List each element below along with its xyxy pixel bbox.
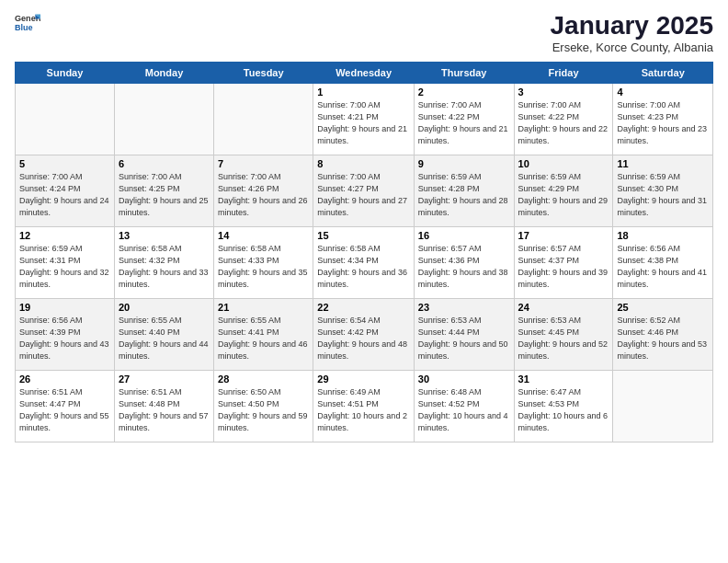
day-number: 13 [119, 230, 210, 241]
calendar-week-row: 1Sunrise: 7:00 AM Sunset: 4:21 PM Daylig… [16, 84, 713, 155]
header: General Blue January 2025 Erseke, Korce … [15, 11, 713, 54]
day-info: Sunrise: 6:48 AM Sunset: 4:52 PM Dayligh… [418, 386, 510, 434]
calendar-week-row: 26Sunrise: 6:51 AM Sunset: 4:47 PM Dayli… [16, 371, 713, 442]
day-number: 21 [218, 302, 309, 313]
day-number: 9 [418, 158, 510, 169]
day-number: 31 [518, 373, 609, 385]
day-number: 5 [19, 158, 110, 169]
day-info: Sunrise: 7:00 AM Sunset: 4:25 PM Dayligh… [119, 171, 210, 219]
table-row: 29Sunrise: 6:49 AM Sunset: 4:51 PM Dayli… [313, 371, 415, 442]
header-wednesday: Wednesday [313, 63, 415, 84]
day-number: 11 [617, 158, 709, 169]
day-info: Sunrise: 7:00 AM Sunset: 4:26 PM Dayligh… [218, 171, 309, 219]
day-number: 1 [317, 86, 410, 98]
table-row: 16Sunrise: 6:57 AM Sunset: 4:36 PM Dayli… [414, 227, 514, 299]
day-info: Sunrise: 6:50 AM Sunset: 4:50 PM Dayligh… [218, 386, 309, 434]
header-sunday: Sunday [16, 63, 115, 84]
day-info: Sunrise: 7:00 AM Sunset: 4:27 PM Dayligh… [317, 171, 410, 219]
day-number: 7 [218, 158, 309, 169]
table-row: 23Sunrise: 6:53 AM Sunset: 4:44 PM Dayli… [414, 299, 514, 371]
day-number: 25 [617, 302, 709, 313]
table-row [16, 84, 115, 155]
table-row: 8Sunrise: 7:00 AM Sunset: 4:27 PM Daylig… [313, 155, 415, 227]
table-row: 5Sunrise: 7:00 AM Sunset: 4:24 PM Daylig… [16, 155, 115, 227]
day-info: Sunrise: 6:51 AM Sunset: 4:48 PM Dayligh… [119, 386, 210, 434]
weekday-header-row: Sunday Monday Tuesday Wednesday Thursday… [16, 63, 713, 84]
day-number: 19 [19, 302, 110, 313]
logo-icon: General Blue [15, 11, 40, 37]
day-info: Sunrise: 6:59 AM Sunset: 4:28 PM Dayligh… [418, 171, 510, 219]
day-info: Sunrise: 6:55 AM Sunset: 4:41 PM Dayligh… [218, 315, 309, 362]
day-number: 30 [418, 373, 510, 385]
table-row: 2Sunrise: 7:00 AM Sunset: 4:22 PM Daylig… [414, 84, 514, 155]
header-friday: Friday [514, 63, 613, 84]
day-number: 12 [19, 230, 110, 241]
logo: General Blue [15, 11, 44, 37]
day-number: 24 [518, 302, 609, 313]
day-number: 27 [119, 373, 210, 385]
table-row: 3Sunrise: 7:00 AM Sunset: 4:22 PM Daylig… [514, 84, 613, 155]
day-info: Sunrise: 6:59 AM Sunset: 4:31 PM Dayligh… [19, 243, 110, 291]
table-row: 14Sunrise: 6:58 AM Sunset: 4:33 PM Dayli… [214, 227, 313, 299]
table-row: 10Sunrise: 6:59 AM Sunset: 4:29 PM Dayli… [514, 155, 613, 227]
table-row: 24Sunrise: 6:53 AM Sunset: 4:45 PM Dayli… [514, 299, 613, 371]
table-row: 6Sunrise: 7:00 AM Sunset: 4:25 PM Daylig… [114, 155, 213, 227]
day-number: 18 [617, 230, 709, 241]
day-number: 3 [518, 86, 609, 98]
day-number: 20 [119, 302, 210, 313]
calendar-week-row: 19Sunrise: 6:56 AM Sunset: 4:39 PM Dayli… [16, 299, 713, 371]
day-info: Sunrise: 6:56 AM Sunset: 4:39 PM Dayligh… [19, 315, 110, 362]
table-row: 9Sunrise: 6:59 AM Sunset: 4:28 PM Daylig… [414, 155, 514, 227]
table-row [114, 84, 213, 155]
header-saturday: Saturday [613, 63, 713, 84]
day-number: 6 [119, 158, 210, 169]
day-info: Sunrise: 6:56 AM Sunset: 4:38 PM Dayligh… [617, 243, 709, 291]
day-info: Sunrise: 6:55 AM Sunset: 4:40 PM Dayligh… [119, 315, 210, 362]
day-info: Sunrise: 6:59 AM Sunset: 4:30 PM Dayligh… [617, 171, 709, 219]
title-block: January 2025 Erseke, Korce County, Alban… [551, 11, 713, 54]
svg-text:Blue: Blue [15, 23, 33, 32]
table-row: 13Sunrise: 6:58 AM Sunset: 4:32 PM Dayli… [114, 227, 213, 299]
day-info: Sunrise: 6:53 AM Sunset: 4:44 PM Dayligh… [418, 315, 510, 362]
table-row: 12Sunrise: 6:59 AM Sunset: 4:31 PM Dayli… [16, 227, 115, 299]
day-info: Sunrise: 6:57 AM Sunset: 4:36 PM Dayligh… [418, 243, 510, 291]
day-info: Sunrise: 6:58 AM Sunset: 4:33 PM Dayligh… [218, 243, 309, 291]
table-row: 22Sunrise: 6:54 AM Sunset: 4:42 PM Dayli… [313, 299, 415, 371]
day-number: 29 [317, 373, 410, 385]
day-number: 8 [317, 158, 410, 169]
day-info: Sunrise: 7:00 AM Sunset: 4:24 PM Dayligh… [19, 171, 110, 219]
day-info: Sunrise: 6:58 AM Sunset: 4:32 PM Dayligh… [119, 243, 210, 291]
page: General Blue January 2025 Erseke, Korce … [0, 0, 728, 563]
day-number: 22 [317, 302, 410, 313]
calendar-week-row: 5Sunrise: 7:00 AM Sunset: 4:24 PM Daylig… [16, 155, 713, 227]
day-number: 28 [218, 373, 309, 385]
day-info: Sunrise: 6:53 AM Sunset: 4:45 PM Dayligh… [518, 315, 609, 362]
day-number: 16 [418, 230, 510, 241]
day-number: 26 [19, 373, 110, 385]
table-row: 27Sunrise: 6:51 AM Sunset: 4:48 PM Dayli… [114, 371, 213, 442]
table-row: 31Sunrise: 6:47 AM Sunset: 4:53 PM Dayli… [514, 371, 613, 442]
header-thursday: Thursday [414, 63, 514, 84]
day-info: Sunrise: 6:49 AM Sunset: 4:51 PM Dayligh… [317, 386, 410, 434]
month-title: January 2025 [551, 11, 713, 40]
day-info: Sunrise: 6:51 AM Sunset: 4:47 PM Dayligh… [19, 386, 110, 434]
calendar-week-row: 12Sunrise: 6:59 AM Sunset: 4:31 PM Dayli… [16, 227, 713, 299]
table-row: 21Sunrise: 6:55 AM Sunset: 4:41 PM Dayli… [214, 299, 313, 371]
header-monday: Monday [114, 63, 213, 84]
day-info: Sunrise: 6:52 AM Sunset: 4:46 PM Dayligh… [617, 315, 709, 362]
table-row: 15Sunrise: 6:58 AM Sunset: 4:34 PM Dayli… [313, 227, 415, 299]
location-subtitle: Erseke, Korce County, Albania [551, 40, 713, 54]
table-row: 20Sunrise: 6:55 AM Sunset: 4:40 PM Dayli… [114, 299, 213, 371]
day-number: 17 [518, 230, 609, 241]
header-tuesday: Tuesday [214, 63, 313, 84]
table-row: 18Sunrise: 6:56 AM Sunset: 4:38 PM Dayli… [613, 227, 713, 299]
day-info: Sunrise: 7:00 AM Sunset: 4:22 PM Dayligh… [418, 99, 510, 147]
day-number: 2 [418, 86, 510, 98]
table-row: 30Sunrise: 6:48 AM Sunset: 4:52 PM Dayli… [414, 371, 514, 442]
table-row: 7Sunrise: 7:00 AM Sunset: 4:26 PM Daylig… [214, 155, 313, 227]
table-row: 19Sunrise: 6:56 AM Sunset: 4:39 PM Dayli… [16, 299, 115, 371]
table-row: 4Sunrise: 7:00 AM Sunset: 4:23 PM Daylig… [613, 84, 713, 155]
day-info: Sunrise: 7:00 AM Sunset: 4:23 PM Dayligh… [617, 99, 709, 147]
table-row [613, 371, 713, 442]
day-info: Sunrise: 6:57 AM Sunset: 4:37 PM Dayligh… [518, 243, 609, 291]
